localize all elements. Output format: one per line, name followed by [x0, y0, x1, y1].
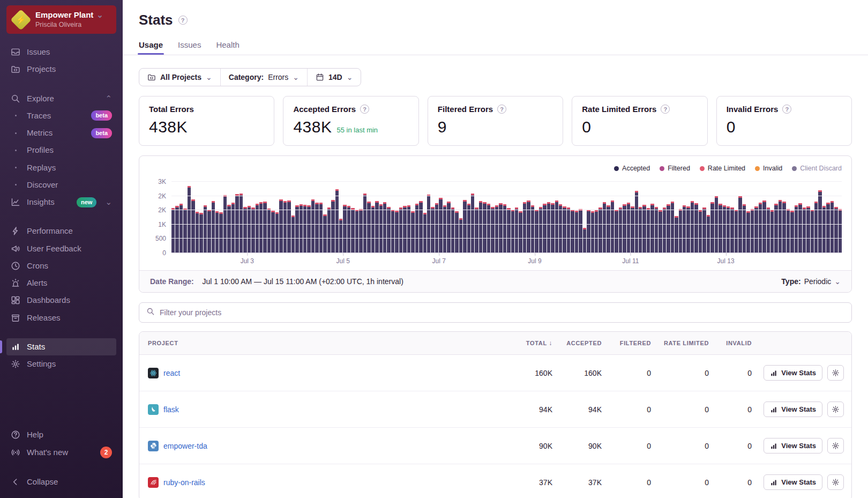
tab-health[interactable]: Health [216, 40, 239, 55]
gear-icon [832, 405, 840, 413]
chart-bar [351, 208, 354, 253]
view-stats-button[interactable]: View Stats [764, 402, 822, 417]
project-search-input[interactable] [160, 308, 844, 317]
col-filtered[interactable]: FILTERED [602, 332, 651, 354]
sidebar-item-profiles[interactable]: Profiles [6, 142, 116, 159]
sidebar-item-releases[interactable]: Releases [6, 309, 116, 326]
usage-chart-plot: 05001K2K2K3K [171, 182, 842, 253]
y-axis-label: 500 [155, 235, 166, 242]
project-link[interactable]: empower-tda [163, 442, 207, 450]
col-invalid[interactable]: INVALID [709, 332, 752, 354]
help-icon[interactable]: ? [360, 105, 369, 114]
sidebar-item-stats[interactable]: Stats [6, 338, 116, 355]
sidebar-item-what-s-new[interactable]: What's new2 [6, 443, 116, 462]
sidebar-item-performance[interactable]: Performance [6, 222, 116, 240]
accepted-cell: 37K [552, 468, 602, 497]
chevron-down-icon: ⌄ [96, 10, 103, 20]
chart-bar [535, 210, 538, 253]
legend-label: Invalid [763, 165, 782, 172]
sidebar-item-dashboards[interactable]: Dashboards [6, 292, 116, 309]
date-range-dropdown[interactable]: 14D ⌄ [307, 69, 361, 86]
project-link[interactable]: react [163, 369, 180, 377]
sidebar-item-issues[interactable]: Issues [6, 43, 116, 61]
gridline [171, 238, 842, 239]
sidebar-item-insights[interactable]: Insightsnew⌄ [6, 194, 116, 211]
sidebar-item-label: Traces [27, 110, 51, 121]
view-stats-button[interactable]: View Stats [764, 365, 822, 381]
chart-bar [395, 211, 398, 253]
org-switcher[interactable]: ⚡ Empower Plant ⌄ Priscila Oliveira [6, 5, 116, 34]
chart-bar [551, 203, 554, 253]
type-dropdown[interactable]: Type: Periodic ⌄ [781, 277, 841, 286]
legend-item-client-discard[interactable]: Client Discard [792, 165, 842, 172]
col-accepted[interactable]: ACCEPTED [552, 332, 602, 354]
chart-bar [679, 209, 682, 253]
tab-issues[interactable]: Issues [178, 40, 201, 55]
row-actions: View Stats [752, 391, 851, 427]
chart-bar [407, 205, 410, 253]
col-rate-limited[interactable]: RATE LIMITED [651, 332, 709, 354]
stats-icon [11, 342, 20, 352]
sidebar-item-user-feedback[interactable]: User Feedback [6, 240, 116, 257]
project-filter-dropdown[interactable]: All Projects ⌄ [139, 69, 220, 86]
col-total[interactable]: TOTAL ↓ [489, 332, 552, 354]
chart-bar [463, 200, 466, 253]
category-filter-dropdown[interactable]: Category: Errors ⌄ [220, 69, 307, 86]
rate_limited-cell: 0 [651, 395, 709, 424]
chart-x-axis: Jul 3Jul 5Jul 7Jul 9Jul 11Jul 13 [171, 253, 842, 267]
chart-bar [650, 204, 654, 253]
date-range-value: 14D [328, 73, 342, 81]
project-link[interactable]: ruby-on-rails [163, 478, 205, 487]
project-settings-button[interactable] [827, 402, 844, 417]
chart-bar [343, 205, 346, 253]
project-settings-button[interactable] [827, 365, 844, 381]
legend-item-accepted[interactable]: Accepted [614, 165, 650, 172]
search-icon [146, 307, 155, 318]
chart-bar [212, 201, 215, 253]
legend-item-invalid[interactable]: Invalid [755, 165, 782, 172]
project-settings-button[interactable] [827, 438, 844, 454]
sidebar-item-crons[interactable]: Crons [6, 257, 116, 274]
sidebar-item-label: Discover [27, 180, 58, 190]
insights-icon [11, 197, 20, 207]
sidebar-item-replays[interactable]: Replays [6, 159, 116, 176]
sidebar-item-settings[interactable]: Settings [6, 355, 116, 373]
chart-bar [754, 206, 758, 253]
sidebar-item-traces[interactable]: Tracesbeta [6, 107, 116, 124]
bullet-icon [11, 115, 20, 116]
tab-usage[interactable]: Usage [139, 40, 163, 55]
view-stats-button[interactable]: View Stats [764, 474, 822, 490]
date-range-value-text: Jul 1 10:00 AM — Jul 15 11:00 AM (+02:00… [203, 277, 403, 286]
view-stats-button[interactable]: View Stats [764, 438, 822, 454]
col-project[interactable]: PROJECT [139, 332, 489, 354]
sidebar-item-explore[interactable]: Explore⌃ [6, 90, 116, 107]
sidebar-item-label: Explore [27, 93, 54, 104]
chart-bar [347, 206, 350, 253]
help-icon[interactable]: ? [782, 105, 791, 114]
clock-icon [11, 261, 20, 271]
page-help-icon[interactable]: ? [178, 16, 188, 25]
card-title-text: Rate Limited Errors [582, 105, 656, 114]
sidebar-item-metrics[interactable]: Metricsbeta [6, 124, 116, 142]
sidebar-item-label: Releases [27, 313, 61, 323]
project-settings-button[interactable] [827, 474, 844, 490]
bullet-icon [11, 184, 20, 185]
x-axis-label: Jul 13 [717, 253, 735, 265]
legend-item-filtered[interactable]: Filtered [660, 165, 690, 172]
chart-bar [686, 206, 690, 253]
table-body: react160K160K000View Statsflask94K94K000… [139, 355, 851, 498]
project-link[interactable]: flask [163, 405, 179, 414]
sidebar-item-discover[interactable]: Discover [6, 176, 116, 194]
chart-bar [179, 204, 183, 253]
sidebar-collapse-button[interactable]: Collapse [6, 473, 116, 490]
sidebar-item-help[interactable]: Help [6, 426, 116, 443]
sidebar-item-alerts[interactable]: Alerts [6, 274, 116, 292]
chart-bar [399, 207, 402, 253]
sidebar-item-projects[interactable]: Projects [6, 61, 116, 78]
card-title-text: Filtered Errors [438, 105, 493, 114]
view-stats-label: View Stats [781, 369, 816, 377]
help-icon[interactable]: ? [497, 105, 506, 114]
bullet-icon [11, 167, 20, 168]
legend-item-rate-limited[interactable]: Rate Limited [700, 165, 745, 172]
help-icon[interactable]: ? [661, 105, 670, 114]
